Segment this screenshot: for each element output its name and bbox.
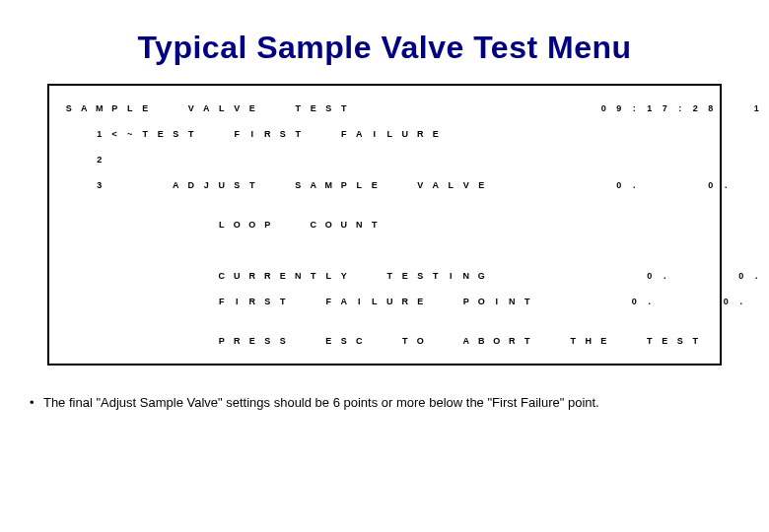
terminal-char: A	[336, 297, 352, 306]
terminal-char: S	[275, 336, 291, 346]
terminal-char: L	[444, 180, 459, 190]
terminal-char: E	[275, 271, 291, 281]
terminal-char: T	[566, 336, 582, 346]
terminal-row: LOOPCOUNT1	[61, 212, 708, 237]
terminal-char: F	[214, 297, 230, 306]
terminal-row: 2SEN1SEN2SEN3	[61, 147, 708, 172]
terminal-char: E	[321, 336, 337, 346]
terminal-char: F	[321, 297, 337, 306]
terminal-char: T	[397, 336, 413, 346]
terminal-char: S	[291, 180, 307, 190]
terminal-char: 7	[658, 103, 673, 113]
terminal-char: E	[658, 336, 673, 346]
terminal-char: U	[214, 180, 230, 190]
terminal-char: R	[505, 336, 521, 346]
terminal-char: .	[719, 180, 734, 190]
terminal-char: T	[306, 271, 321, 281]
terminal-char: T	[367, 220, 383, 230]
terminal-char: U	[383, 297, 398, 306]
terminal-char: F	[230, 129, 245, 139]
terminal-char: S	[61, 103, 77, 113]
terminal-char: V	[183, 103, 199, 113]
terminal-char: E	[428, 129, 444, 139]
terminal-char: T	[291, 103, 307, 113]
terminal-char: L	[122, 103, 138, 113]
terminal-char: 8	[703, 103, 719, 113]
footer-note: • The final "Adjust Sample Valve" settin…	[0, 366, 769, 410]
terminal-row: 3ADJUSTSAMPLEVALVE0.0.0	[61, 172, 708, 198]
terminal-char: R	[260, 271, 276, 281]
terminal-char: L	[367, 297, 383, 306]
terminal-char: E	[413, 297, 429, 306]
terminal-row: CURRENTLYTESTING0.0.0	[61, 263, 708, 289]
terminal-char: T	[428, 271, 444, 281]
terminal-char: 2	[688, 103, 704, 113]
terminal-char: E	[138, 103, 154, 113]
terminal-char: S	[672, 336, 688, 346]
terminal-char: J	[199, 180, 215, 190]
terminal-char: A	[458, 336, 474, 346]
terminal-char: 9	[611, 103, 627, 113]
terminal-char: E	[306, 103, 321, 113]
terminal-char: E	[397, 271, 413, 281]
terminal-char: I	[489, 297, 505, 306]
terminal-char: P	[107, 103, 123, 113]
terminal-char: V	[230, 103, 245, 113]
terminal-char: S	[260, 336, 276, 346]
terminal-char: E	[596, 336, 612, 346]
terminal-row: PRESSESCTOABORTTHETEST	[61, 328, 708, 354]
terminal-char: E	[474, 180, 490, 190]
terminal-char: 0	[642, 271, 658, 281]
terminal-char: T	[520, 297, 535, 306]
terminal-row: 1<~TESTFIRSTFAILURE	[61, 121, 708, 147]
terminal-char: T	[688, 336, 704, 346]
terminal-char: L	[214, 103, 230, 113]
terminal-char: A	[169, 180, 184, 190]
terminal-char: 2	[764, 103, 769, 113]
terminal-char: T	[291, 129, 307, 139]
bullet-icon: •	[30, 395, 35, 410]
terminal-char: T	[275, 297, 291, 306]
terminal-row: SEN1SEN2SEN3	[61, 237, 708, 263]
terminal-char: M	[92, 103, 107, 113]
terminal-char: ~	[122, 129, 138, 139]
terminal-char: N	[458, 271, 474, 281]
terminal-char: L	[214, 220, 230, 230]
terminal-char: S	[336, 336, 352, 346]
terminal-char: A	[352, 129, 368, 139]
terminal-char: .	[642, 297, 658, 306]
terminal-char: E	[245, 336, 260, 346]
terminal-char: S	[230, 180, 245, 190]
terminal-char: S	[275, 129, 291, 139]
terminal-char: N	[505, 297, 521, 306]
terminal-char: I	[245, 129, 260, 139]
terminal-char: S	[413, 271, 429, 281]
terminal-char: 0	[703, 180, 719, 190]
terminal-char: D	[183, 180, 199, 190]
terminal-char: P	[336, 180, 352, 190]
terminal-char: :	[627, 103, 643, 113]
terminal-row: FIRSTFAILUREPOINT0.0.0	[61, 289, 708, 314]
terminal-char: R	[413, 129, 429, 139]
terminal-char: .	[749, 271, 765, 281]
terminal-row	[61, 198, 708, 212]
terminal-char: :	[672, 103, 688, 113]
terminal-row: SAMPLEVALVETEST09:17:2812-09-02	[61, 96, 708, 121]
terminal-char: O	[230, 220, 245, 230]
terminal-char: E	[153, 129, 169, 139]
terminal-char: T	[183, 129, 199, 139]
terminal-char: C	[214, 271, 230, 281]
terminal-char: E	[367, 180, 383, 190]
terminal-char: A	[306, 180, 321, 190]
terminal-char: U	[230, 271, 245, 281]
terminal-char: N	[291, 271, 307, 281]
terminal-char: U	[397, 129, 413, 139]
terminal-char: G	[474, 271, 490, 281]
terminal-char: P	[214, 336, 230, 346]
terminal-char: 0	[627, 297, 643, 306]
terminal-char: O	[321, 220, 337, 230]
page-title: Typical Sample Valve Test Menu	[0, 0, 769, 84]
terminal-char: .	[627, 180, 643, 190]
terminal-display: SAMPLEVALVETEST09:17:2812-09-021<~TESTFI…	[47, 84, 722, 366]
terminal-char: T	[642, 336, 658, 346]
